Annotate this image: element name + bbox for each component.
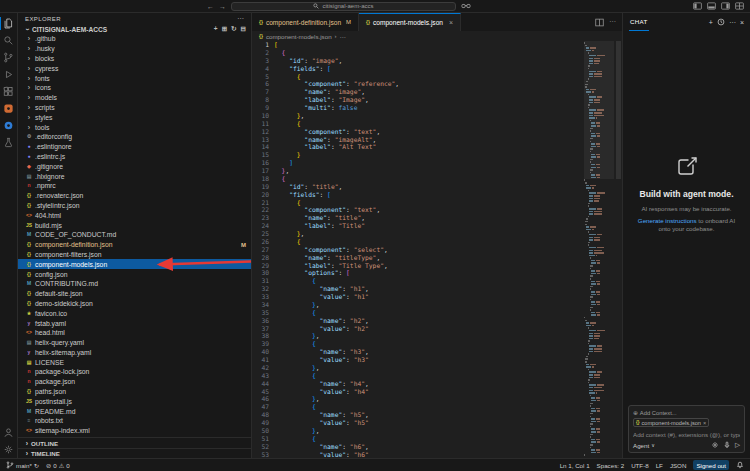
tree-item-.eslintrc.js[interactable]: ●.eslintrc.js	[18, 152, 251, 162]
history-icon[interactable]	[717, 18, 725, 26]
chat-tab[interactable]: CHAT	[629, 13, 649, 31]
tree-item-.gitignore[interactable]: ◆.gitignore	[18, 161, 251, 171]
tab-component-definition[interactable]: {} component-definition.json M	[252, 13, 359, 31]
account-icon[interactable]	[0, 424, 18, 441]
tree-item-LICENSE[interactable]: ▤LICENSE	[18, 357, 251, 367]
extension-blue-icon[interactable]	[0, 117, 18, 134]
breadcrumb[interactable]: {} component-models.json › ⋯	[252, 31, 622, 41]
tree-item-cypress[interactable]: ›cypress	[18, 63, 251, 73]
tree-item-postinstall.js[interactable]: JSpostinstall.js	[18, 396, 251, 406]
close-panel-icon[interactable]: ×	[740, 19, 744, 26]
tree-item-CODE_OF_CONDUCT.md[interactable]: MCODE_OF_CONDUCT.md	[18, 230, 251, 240]
explorer-icon[interactable]	[0, 15, 18, 32]
tree-item-scripts[interactable]: ›scripts	[18, 103, 251, 113]
split-editor-icon[interactable]	[595, 18, 604, 27]
toggle-primary-sidebar-icon[interactable]	[693, 2, 702, 10]
send-icon[interactable]: ▷	[735, 442, 740, 449]
tree-item-README.md[interactable]: MREADME.md	[18, 406, 251, 416]
testing-beaker-icon[interactable]	[0, 134, 18, 151]
source-control-icon[interactable]	[0, 49, 18, 66]
tree-item-demo-sidekick.json[interactable]: {}demo-sidekick.json	[18, 299, 251, 309]
tree-item-blocks[interactable]: ›blocks	[18, 54, 251, 64]
forward-icon[interactable]: →	[219, 3, 226, 10]
encoding-status[interactable]: UTF-8	[631, 462, 649, 469]
tree-item-favicon.ico[interactable]: ★favicon.ico	[18, 308, 251, 318]
indentation-status[interactable]: Spaces: 2	[597, 462, 625, 469]
search-icon[interactable]	[0, 32, 18, 49]
tree-item-models[interactable]: ›models	[18, 93, 251, 103]
tree-item-.npmrc[interactable]: n.npmrc	[18, 181, 251, 191]
generate-instructions-link[interactable]: Generate instructions	[638, 217, 697, 224]
eol-status[interactable]: LF	[656, 462, 663, 469]
mode-picker[interactable]: Agent ∨	[633, 442, 655, 449]
tree-item-tools[interactable]: ›tools	[18, 122, 251, 132]
more-actions-icon[interactable]: ⋯	[237, 15, 244, 23]
copilot-signed-out-status[interactable]: Signed out	[693, 460, 729, 470]
tree-item-component-definition.json[interactable]: {}component-definition.jsonM	[18, 240, 251, 250]
collapse-all-icon[interactable]: ⊟	[241, 26, 246, 33]
branch-status[interactable]: main* ↻	[6, 461, 39, 469]
command-center[interactable]: citisignal-aem-accs	[231, 2, 456, 11]
tree-item-fonts[interactable]: ›fonts	[18, 73, 251, 83]
tree-item-.husky[interactable]: ›.husky	[18, 44, 251, 54]
chat-input-box[interactable]: ⊕ Add Context... {} component-models.jso…	[628, 405, 745, 453]
add-context-button[interactable]: ⊕ Add Context...	[633, 410, 677, 416]
toggle-panel-icon[interactable]	[707, 2, 716, 10]
tree-item-config.json[interactable]: {}config.json	[18, 269, 251, 279]
tree-item-404.html[interactable]: <>404.html	[18, 210, 251, 220]
scrollbar-thumb[interactable]	[616, 41, 621, 179]
editor-scrollbar[interactable]	[614, 41, 622, 458]
tree-item-package-lock.json[interactable]: npackage-lock.json	[18, 367, 251, 377]
extension-orange-icon[interactable]	[0, 100, 18, 117]
tree-item-CONTRIBUTING.md[interactable]: MCONTRIBUTING.md	[18, 279, 251, 289]
attachment-chip[interactable]: {} component-models.json ×	[633, 418, 709, 427]
tree-item-component-filters.json[interactable]: {}component-filters.json	[18, 250, 251, 260]
outline-section[interactable]: › OUTLINE	[18, 438, 251, 448]
tree-item-robots.txt[interactable]: ≡robots.txt	[18, 416, 251, 426]
new-file-icon[interactable]: +	[214, 26, 218, 33]
back-icon[interactable]: ←	[207, 3, 214, 10]
more-actions-icon[interactable]: ⋯	[729, 19, 736, 26]
tree-item-sitemap-index.xml[interactable]: <>sitemap-index.xml	[18, 426, 251, 436]
language-mode[interactable]: JSON	[670, 462, 687, 469]
run-debug-icon[interactable]	[0, 66, 18, 83]
tree-item-.editorconfig[interactable]: ⚙.editorconfig	[18, 132, 251, 142]
microphone-icon[interactable]	[723, 441, 731, 449]
tree-item-.hlxignore[interactable]: ▤.hlxignore	[18, 171, 251, 181]
code-lines[interactable]: [ { "id": "image", "fields": [ { "compon…	[274, 41, 582, 458]
timeline-section[interactable]: › TIMELINE	[18, 448, 251, 458]
customize-layout-icon[interactable]	[735, 2, 744, 10]
chat-input[interactable]	[633, 430, 740, 438]
problems-status[interactable]: ⊘ 0 ⚠ 0	[46, 462, 70, 469]
extensions-icon[interactable]	[0, 83, 18, 100]
tree-item-styles[interactable]: ›styles	[18, 112, 251, 122]
project-root-folder[interactable]: › CITISIGNAL-AEM-ACCS + ⊞ ↻ ⊟	[18, 24, 251, 34]
tree-item-icons[interactable]: ›icons	[18, 83, 251, 93]
notifications-bell-icon[interactable]	[736, 461, 744, 469]
tree-item-helix-sitemap.yaml[interactable]: yhelix-sitemap.yaml	[18, 348, 251, 358]
new-chat-icon[interactable]: +	[709, 19, 713, 26]
copilot-icon[interactable]	[461, 2, 471, 10]
cursor-position[interactable]: Ln 1, Col 1	[560, 462, 590, 469]
more-actions-icon[interactable]: ⋯	[609, 18, 616, 26]
tree-item-head.html[interactable]: <>head.html	[18, 328, 251, 338]
tree-item-.eslintignore[interactable]: ●.eslintignore	[18, 142, 251, 152]
tree-item-build.mjs[interactable]: JSbuild.mjs	[18, 220, 251, 230]
new-folder-icon[interactable]: ⊞	[222, 26, 227, 33]
tree-item-package.json[interactable]: npackage.json	[18, 377, 251, 387]
tree-item-.stylelintrc.json[interactable]: {}.stylelintrc.json	[18, 201, 251, 211]
close-icon[interactable]: ×	[703, 420, 706, 426]
tree-item-helix-query.yaml[interactable]: ▤helix-query.yaml	[18, 338, 251, 348]
minimap[interactable]	[584, 41, 614, 458]
refresh-explorer-icon[interactable]: ↻	[231, 26, 236, 33]
tree-item-paths.json[interactable]: {}paths.json	[18, 387, 251, 397]
tools-icon[interactable]	[711, 441, 719, 449]
tree-item-fstab.yaml[interactable]: yfstab.yaml	[18, 318, 251, 328]
tree-item-component-models.json[interactable]: {}component-models.json	[18, 259, 251, 269]
tree-item-.renovaterc.json[interactable]: {}.renovaterc.json	[18, 191, 251, 201]
tree-item-.github[interactable]: ›.github	[18, 34, 251, 44]
close-icon[interactable]: ×	[449, 19, 453, 26]
tree-item-default-site.json[interactable]: {}default-site.json	[18, 289, 251, 299]
settings-gear-icon[interactable]	[0, 441, 18, 458]
tab-component-models[interactable]: {} component-models.json ×	[359, 13, 461, 31]
